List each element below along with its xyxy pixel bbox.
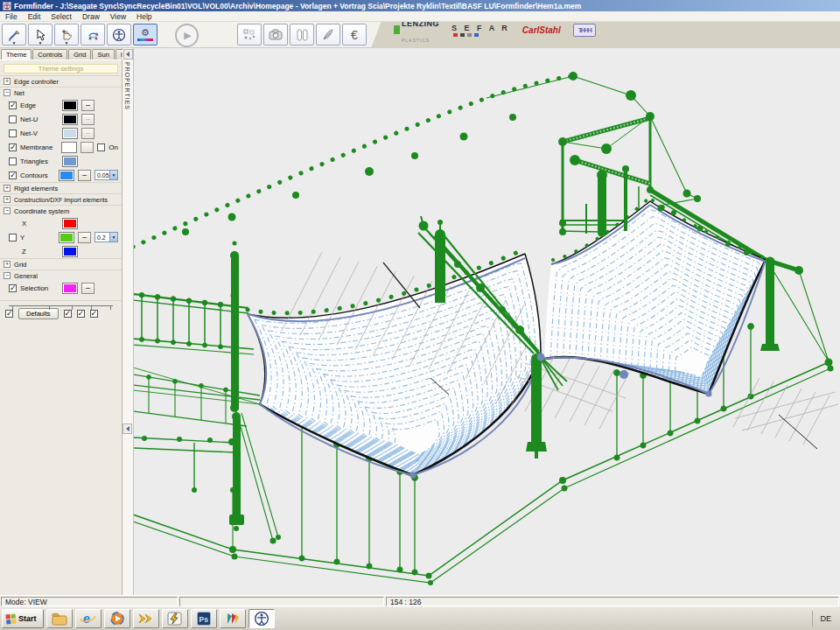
properties-strip-label: PROPERTIES bbox=[124, 62, 130, 110]
camera-button[interactable] bbox=[263, 24, 288, 46]
defaults-checkbox-3[interactable] bbox=[77, 310, 85, 318]
orbit-tool-button[interactable] bbox=[80, 24, 105, 46]
dropdown-caret-icon[interactable]: ▼ bbox=[12, 41, 17, 45]
row-membrane: Membrane On bbox=[0, 140, 122, 154]
collapse-icon[interactable]: − bbox=[4, 89, 10, 96]
media-player-button[interactable] bbox=[104, 609, 130, 628]
dropdown-caret-icon[interactable]: ▼ bbox=[38, 41, 43, 45]
net-v-linewidth-button[interactable]: – bbox=[81, 128, 94, 139]
membrane-color-swatch[interactable] bbox=[61, 142, 77, 153]
section-rigid-elements[interactable]: + Rigid elements bbox=[0, 182, 122, 193]
properties-collapse-strip[interactable]: PROPERTIES bbox=[122, 48, 134, 595]
triangles-checkbox[interactable] bbox=[9, 158, 17, 165]
section-coordinate-system[interactable]: − Coordinate system bbox=[0, 205, 122, 216]
photoshop-button[interactable]: Ps bbox=[191, 609, 217, 628]
axis-scale-select[interactable]: 0.2 ▼ bbox=[94, 232, 118, 242]
net-u-color-swatch[interactable] bbox=[62, 114, 78, 125]
theme-settings-button[interactable]: ⚙ bbox=[133, 24, 158, 46]
tab-controls[interactable]: Controls bbox=[32, 49, 67, 60]
section-grid[interactable]: + Grid bbox=[0, 258, 122, 270]
z-color-swatch[interactable] bbox=[62, 246, 78, 257]
sefar-text: S E F A R bbox=[452, 24, 510, 32]
start-button[interactable]: Start bbox=[2, 609, 44, 628]
menu-view[interactable]: View bbox=[105, 12, 131, 21]
triangles-color-swatch[interactable] bbox=[62, 156, 78, 167]
section-construction[interactable]: + Construction/DXF import elements bbox=[0, 193, 122, 205]
membrane-label: Membrane bbox=[20, 144, 58, 151]
left-mast bbox=[231, 256, 239, 410]
winamp-button[interactable] bbox=[162, 609, 188, 628]
cylinders-icon bbox=[296, 29, 309, 41]
selection-color-swatch[interactable] bbox=[62, 283, 78, 294]
edge-color-swatch[interactable] bbox=[62, 100, 78, 111]
menu-edit[interactable]: Edit bbox=[23, 12, 46, 21]
points-view-button[interactable] bbox=[237, 24, 262, 46]
svg-text:Ps: Ps bbox=[199, 615, 208, 624]
membrane-rolls-button[interactable] bbox=[290, 24, 314, 46]
edge-linewidth-button[interactable]: – bbox=[81, 100, 94, 111]
collapse-arrow-icon[interactable] bbox=[122, 424, 132, 434]
defaults-checkbox-1[interactable] bbox=[5, 310, 13, 318]
formfinder-taskbar-button[interactable] bbox=[248, 609, 275, 628]
defaults-button[interactable]: Defaults bbox=[18, 308, 59, 319]
expand-icon[interactable]: + bbox=[4, 78, 10, 85]
membrane-on-checkbox[interactable] bbox=[97, 144, 105, 151]
expand-icon[interactable]: + bbox=[4, 261, 10, 268]
cost-button[interactable]: € bbox=[342, 24, 367, 46]
net-v-checkbox[interactable] bbox=[9, 130, 17, 137]
membrane-left-sail bbox=[248, 254, 541, 475]
defaults-checkbox-2[interactable] bbox=[64, 310, 72, 318]
expand-icon[interactable]: + bbox=[4, 185, 10, 192]
edge-checkbox[interactable] bbox=[9, 102, 17, 109]
section-edge-controller[interactable]: + Edge controller bbox=[0, 75, 122, 87]
select-tool-button[interactable]: ▼ bbox=[28, 24, 52, 46]
formfinder-man-button[interactable] bbox=[107, 24, 131, 46]
menu-help[interactable]: Help bbox=[131, 12, 157, 21]
draw-tool-button[interactable]: ▼ bbox=[2, 24, 26, 46]
language-indicator[interactable]: DE bbox=[812, 611, 838, 626]
railing-posts bbox=[139, 292, 228, 423]
internet-explorer-button[interactable]: e bbox=[75, 609, 102, 628]
expand-icon[interactable]: + bbox=[4, 196, 10, 203]
collapse-arrow-icon[interactable] bbox=[123, 49, 133, 60]
title-bar[interactable]: Formfinder - J:\Seagate Sync\SyncRecycle… bbox=[0, 0, 840, 11]
x-color-swatch[interactable] bbox=[62, 218, 78, 229]
membrane-checkbox[interactable] bbox=[9, 144, 17, 151]
sync-app-button[interactable] bbox=[133, 609, 159, 628]
shapes-icon bbox=[225, 612, 240, 626]
selection-linewidth-button[interactable]: – bbox=[81, 283, 94, 294]
menu-draw[interactable]: Draw bbox=[77, 12, 105, 21]
section-general[interactable]: − General bbox=[0, 270, 122, 281]
selection-checkbox[interactable] bbox=[9, 284, 17, 292]
section-net[interactable]: − Net bbox=[0, 87, 122, 98]
contours-spacing-select[interactable]: 0.05 ▼ bbox=[94, 170, 118, 180]
collapse-icon[interactable]: − bbox=[4, 207, 10, 214]
explorer-folder-button[interactable] bbox=[46, 609, 73, 628]
tab-grid[interactable]: Grid bbox=[68, 49, 91, 60]
menu-file[interactable]: File bbox=[0, 12, 23, 21]
net-u-linewidth-button[interactable]: – bbox=[81, 114, 94, 125]
menu-select[interactable]: Select bbox=[46, 12, 77, 21]
collapse-icon[interactable]: − bbox=[4, 272, 10, 279]
shapes-app-button[interactable] bbox=[220, 609, 246, 628]
tab-theme[interactable]: Theme bbox=[1, 49, 32, 60]
y-color-swatch[interactable] bbox=[59, 232, 74, 243]
row-selection: Selection – bbox=[0, 281, 122, 295]
selection-node[interactable] bbox=[620, 370, 628, 379]
pan-tool-button[interactable]: ▼ bbox=[54, 24, 79, 46]
y-linewidth-button[interactable]: – bbox=[78, 232, 91, 243]
viewport-3d[interactable] bbox=[134, 48, 840, 595]
railing-structure bbox=[134, 294, 260, 490]
tab-sun[interactable]: Sun bbox=[92, 49, 114, 60]
contours-checkbox[interactable] bbox=[9, 172, 17, 179]
play-button[interactable]: ▶ bbox=[175, 24, 199, 47]
membrane-style-button[interactable] bbox=[80, 142, 94, 153]
dropdown-caret-icon[interactable]: ▼ bbox=[65, 41, 69, 45]
contours-color-swatch[interactable] bbox=[59, 170, 74, 181]
contours-linewidth-button[interactable]: – bbox=[78, 170, 91, 181]
net-u-checkbox[interactable] bbox=[9, 116, 17, 123]
net-v-color-swatch[interactable] bbox=[62, 128, 78, 139]
defaults-checkbox-4[interactable] bbox=[90, 310, 98, 318]
brush-button[interactable] bbox=[316, 24, 340, 46]
y-checkbox[interactable] bbox=[9, 234, 17, 242]
